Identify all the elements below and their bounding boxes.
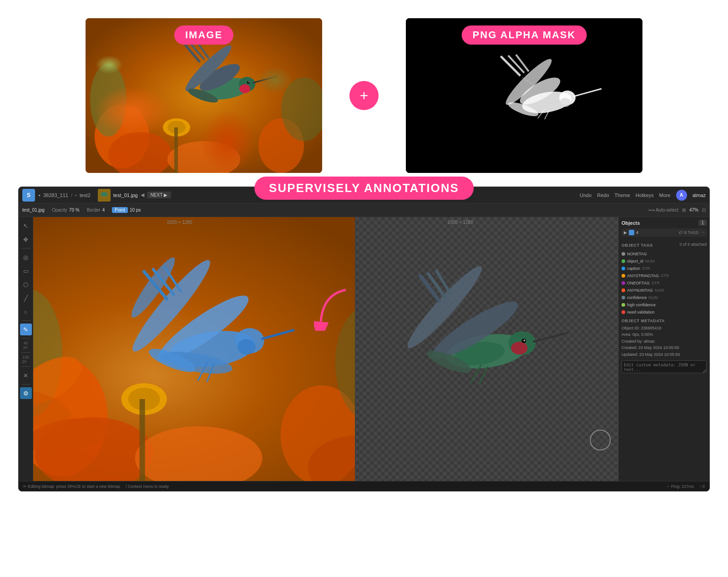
svg-point-1 [95, 105, 149, 168]
tool-divider-6 [21, 384, 30, 385]
tag-name: object_id [627, 259, 643, 263]
tag-row: ONEOFTAGSTR [622, 280, 707, 286]
hotkeys-button[interactable]: Hotkeys [636, 192, 654, 198]
updated-row: Updated: 23 May 2024 10:05:50 [622, 351, 707, 358]
brush-tool[interactable]: ○ [20, 306, 32, 318]
pink-arrow-svg [314, 285, 350, 331]
canvas-dimensions-right: 1920 × 1280 [448, 220, 473, 225]
file-label: test_01.jpg [22, 208, 45, 213]
svg-point-17 [247, 81, 250, 84]
status-right: ↔ Ping: 227ms ↑ 0 [666, 484, 705, 489]
tool-divider-5 [21, 366, 30, 367]
svg-point-15 [182, 41, 236, 96]
tool-divider-3 [21, 338, 30, 339]
tag-row: NONETAG [622, 251, 707, 257]
app-main: ↖ ✥ ◎ ▭ ⬠ ╱ ○ ✎ 40px 100px ✕ ⚙ [19, 217, 709, 481]
svg-point-12 [239, 84, 250, 93]
tag-row: captionSTR [622, 266, 707, 271]
right-toolbar: ⟺ Auto-select ⊞ 47% ⊡ [648, 208, 706, 213]
context-status: / Context menu is ready [126, 484, 169, 489]
created-by-row: Created by: almaz [622, 338, 707, 344]
supervisely-section: SUPERVISELY ANNOTATIONS S ▪ 38283_111 / … [18, 187, 710, 491]
svg-point-6 [167, 121, 186, 134]
select-tool[interactable]: ↖ [20, 220, 32, 232]
svg-line-19 [186, 46, 199, 61]
arrow-up-indicator: ↑ 0 [699, 484, 705, 489]
undo-button[interactable]: Undo [580, 192, 592, 198]
tag-row: ANYNUMTAGNUM [622, 288, 707, 293]
app-toolbar: test_01.jpg Opacity 70 % Border 4 Point … [19, 203, 709, 217]
object-id-row: Object ID: 236905419 [622, 325, 707, 331]
tag-type: NUM [645, 259, 655, 263]
theme-button[interactable]: Theme [615, 192, 630, 198]
user-avatar[interactable]: A [676, 190, 687, 201]
objects-count: 1 [698, 220, 707, 226]
bbox-tool[interactable]: ▭ [20, 265, 32, 277]
polygon-tool[interactable]: ⬠ [20, 278, 32, 290]
svg-point-16 [187, 86, 220, 106]
point-value[interactable]: 10 px [130, 208, 141, 213]
svg-point-3 [167, 141, 240, 173]
next-button[interactable]: NEXT ▶ [147, 192, 171, 198]
autoselect-label: ⟺ Auto-select [648, 208, 678, 213]
tool-divider-2 [21, 320, 30, 321]
svg-point-2 [108, 132, 172, 173]
object-item-inner: ▶ 4 🏷 8 TAGS ⋯ [624, 230, 704, 235]
image-label: IMAGE [174, 25, 233, 45]
project-id[interactable]: 38283_111 [43, 192, 68, 198]
tags-section: OBJECT TAGS 0 of 9 attached NONETAGobjec… [622, 239, 707, 315]
more-button[interactable]: More [659, 192, 671, 198]
dataset-name[interactable]: test2 [80, 192, 91, 198]
move-tool[interactable]: ✥ [20, 233, 32, 245]
top-section: IMAGE [0, 0, 728, 187]
objects-header: Objects 1 [622, 220, 707, 226]
border-label: Border [87, 208, 101, 213]
dataset-icon: ▫ [75, 192, 77, 198]
grid-icon[interactable]: ⊞ [682, 208, 686, 213]
svg-point-7 [90, 64, 126, 137]
svg-point-8 [281, 77, 322, 141]
tag-name: NONETAG [627, 252, 647, 256]
tag-name: need validation [627, 310, 655, 314]
tags-title: OBJECT TAGS [622, 243, 653, 248]
nav-breadcrumb: ▪ 38283_111 / ▫ test2 [39, 192, 91, 198]
supervisely-label: SUPERVISELY ANNOTATIONS [254, 177, 474, 200]
tag-dot [622, 267, 625, 270]
opacity-value[interactable]: 70 % [69, 208, 80, 213]
tags-header: OBJECT TAGS 0 of 9 attached [622, 239, 707, 249]
nav-prev[interactable]: ◀ [141, 192, 144, 198]
zoom-value[interactable]: 47% [689, 208, 698, 213]
svg-point-11 [239, 77, 255, 91]
canvas-right [355, 217, 618, 481]
pink-arrow [314, 285, 350, 333]
bitmap-tool[interactable]: ✎ [20, 324, 32, 335]
border-value[interactable]: 4 [102, 208, 105, 213]
svg-point-55 [238, 339, 256, 354]
tag-dot [622, 288, 625, 292]
redo-button[interactable]: Redo [597, 192, 609, 198]
topbar-right: Undo Redo Theme Hotkeys More A almaz [580, 190, 706, 201]
svg-point-38 [101, 192, 108, 197]
fit-icon[interactable]: ⊡ [702, 208, 706, 213]
svg-line-13 [253, 76, 277, 83]
tag-name: ONEOFTAG [627, 281, 650, 285]
point-label[interactable]: Point [112, 207, 128, 213]
svg-point-25 [560, 98, 571, 107]
tag-type: NUM [649, 295, 658, 300]
thumb-svg [98, 189, 111, 202]
object-item[interactable]: ▶ 4 🏷 8 TAGS ⋯ [622, 228, 707, 237]
attached-count: 0 of 9 attached [679, 242, 707, 247]
tag-dot [622, 252, 625, 256]
polyline-tool[interactable]: ╱ [20, 292, 32, 304]
app-logo: S [22, 189, 35, 202]
plus-symbol: + [349, 81, 379, 110]
settings-tool[interactable]: ⚙ [20, 387, 32, 399]
metadata-section: OBJECT METADATA Object ID: 236905419 Are… [622, 319, 707, 374]
image-card: IMAGE [86, 18, 322, 173]
eraser-icon[interactable]: ✕ [20, 369, 32, 381]
metadata-textarea[interactable] [622, 360, 707, 373]
svg-point-18 [248, 81, 249, 82]
point-tool[interactable]: ◎ [20, 251, 32, 263]
left-canvas-svg [33, 217, 355, 481]
right-panel: Objects 1 ▶ 4 🏷 8 TAGS ⋯ OB [618, 217, 709, 481]
